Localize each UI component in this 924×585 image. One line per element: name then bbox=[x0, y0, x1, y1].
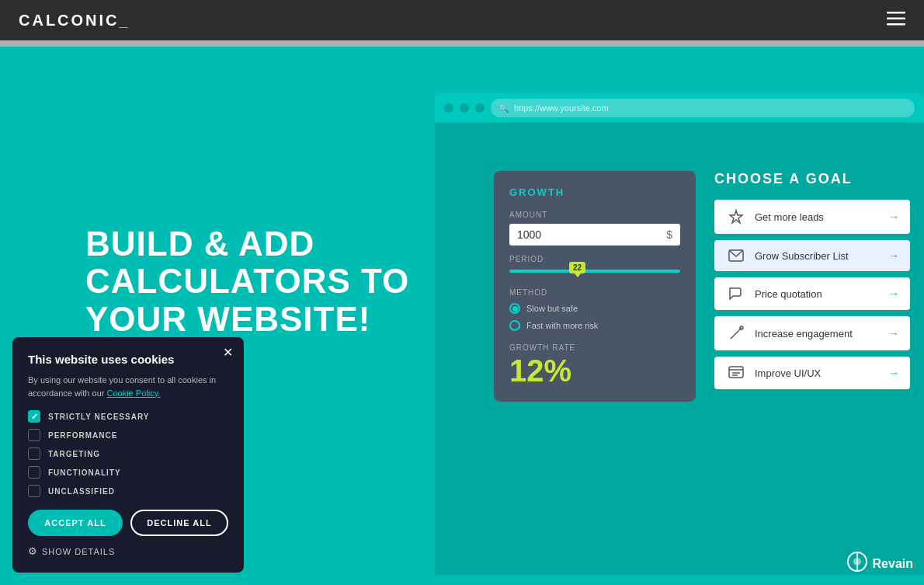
cookie-modal: ✕ This website uses cookies By using our… bbox=[12, 337, 244, 573]
svg-rect-2 bbox=[887, 23, 905, 26]
goal-subscriber-text: Grow Subscriber List bbox=[755, 250, 888, 262]
cookie-buttons: ACCEPT ALL DECLINE ALL bbox=[28, 510, 228, 536]
goal-title: CHOOSE A GOAL bbox=[714, 171, 910, 187]
method-fast-label: Fast with more risk bbox=[526, 321, 598, 330]
subscriber-icon bbox=[725, 249, 747, 262]
method-slow[interactable]: Slow but safe bbox=[509, 303, 680, 314]
svg-rect-1 bbox=[887, 17, 905, 19]
goal-item-price[interactable]: Price quotation → bbox=[714, 277, 910, 310]
slider-wrap: 22 bbox=[509, 270, 680, 273]
radio-slow bbox=[509, 303, 520, 314]
price-icon bbox=[725, 287, 747, 301]
leads-icon bbox=[725, 209, 747, 225]
goal-subscriber-arrow: → bbox=[888, 249, 899, 262]
address-bar-url: https://www.yoursite.com bbox=[514, 103, 609, 113]
calculator-widget: GROWTH AMOUNT $ PERIOD 22 METHOD Slow bu… bbox=[494, 171, 696, 402]
cookie-title: This website uses cookies bbox=[28, 353, 228, 366]
checkbox-unclassified[interactable] bbox=[28, 485, 40, 497]
cookie-policy-link[interactable]: Cookie Policy. bbox=[107, 388, 161, 398]
goal-leads-text: Get more leads bbox=[755, 211, 888, 223]
dollar-sign: $ bbox=[666, 228, 672, 241]
amount-label: AMOUNT bbox=[509, 211, 680, 219]
engagement-icon bbox=[725, 326, 747, 341]
cookie-option-functionality: FUNCTIONALITY bbox=[28, 466, 228, 479]
slider-thumb[interactable]: 22 bbox=[569, 262, 585, 273]
goal-leads-arrow: → bbox=[888, 211, 899, 223]
radio-fast bbox=[509, 320, 520, 331]
slider-track: 22 bbox=[509, 270, 680, 273]
browser-dot-green bbox=[475, 103, 485, 113]
checkbox-performance[interactable] bbox=[28, 429, 40, 441]
growth-rate-label: GROWTH RATE bbox=[509, 343, 680, 352]
amount-input-wrap: $ bbox=[509, 224, 680, 245]
svg-rect-5 bbox=[729, 367, 743, 378]
goal-item-subscriber[interactable]: Grow Subscriber List → bbox=[714, 240, 910, 271]
method-label: METHOD bbox=[509, 288, 680, 297]
search-icon: 🔍 bbox=[498, 103, 509, 113]
goal-price-text: Price quotation bbox=[755, 288, 888, 300]
separator-bar bbox=[0, 40, 924, 47]
uiux-icon bbox=[725, 366, 747, 380]
method-slow-label: Slow but safe bbox=[526, 304, 578, 313]
hero-text: BUILD & ADD CALCULATORS TO YOUR WEBSITE! bbox=[85, 225, 409, 338]
period-label: PERIOD bbox=[509, 255, 680, 263]
goal-panel: CHOOSE A GOAL Get more leads → Gro bbox=[714, 171, 910, 395]
address-bar: 🔍 https://www.yoursite.com bbox=[491, 99, 915, 117]
goal-item-leads[interactable]: Get more leads → bbox=[714, 200, 910, 234]
cookie-option-necessary: STRICTLY NECESSARY bbox=[28, 410, 228, 423]
browser-toolbar: 🔍 https://www.yoursite.com bbox=[435, 93, 924, 123]
method-fast[interactable]: Fast with more risk bbox=[509, 320, 680, 331]
cookie-option-unclassified: UNCLASSIFIED bbox=[28, 485, 228, 497]
cookie-option-targeting: TARGETING bbox=[28, 447, 228, 460]
accept-all-button[interactable]: ACCEPT ALL bbox=[28, 510, 123, 536]
amount-input[interactable] bbox=[517, 228, 666, 241]
performance-label: PERFORMANCE bbox=[48, 431, 117, 440]
functionality-label: FUNCTIONALITY bbox=[48, 468, 121, 477]
goal-engagement-text: Increase engagement bbox=[755, 328, 888, 340]
show-details-wrap[interactable]: ⚙ SHOW DETAILS bbox=[28, 545, 228, 557]
goal-engagement-arrow: → bbox=[888, 327, 899, 340]
checkbox-functionality[interactable] bbox=[28, 466, 40, 479]
calc-title: GROWTH bbox=[509, 186, 680, 198]
checkbox-necessary[interactable] bbox=[28, 410, 40, 423]
revain-icon bbox=[846, 551, 868, 577]
revain-badge: Revain bbox=[846, 551, 913, 577]
cookie-description: By using our website you consent to all … bbox=[28, 374, 228, 399]
goal-item-uiux[interactable]: Improve UI/UX → bbox=[714, 357, 910, 389]
targeting-label: TARGETING bbox=[48, 450, 100, 458]
cookie-close-button[interactable]: ✕ bbox=[223, 346, 233, 359]
checkbox-targeting[interactable] bbox=[28, 447, 40, 460]
browser-mockup: 🔍 https://www.yoursite.com GROWTH AMOUNT… bbox=[435, 93, 924, 575]
growth-rate-value: 12% bbox=[509, 355, 680, 386]
goal-price-arrow: → bbox=[888, 287, 899, 300]
goal-item-engagement[interactable]: Increase engagement → bbox=[714, 316, 910, 350]
revain-text: Revain bbox=[873, 557, 913, 571]
goal-uiux-arrow: → bbox=[888, 367, 899, 379]
decline-all-button[interactable]: DECLINE ALL bbox=[130, 510, 228, 536]
goal-uiux-text: Improve UI/UX bbox=[755, 367, 888, 379]
browser-dot-yellow bbox=[460, 103, 469, 113]
browser-dot-red bbox=[444, 103, 453, 113]
header: CALCONIC_ bbox=[0, 0, 924, 40]
gear-icon: ⚙ bbox=[28, 545, 37, 557]
unclassified-label: UNCLASSIFIED bbox=[48, 487, 115, 496]
necessary-label: STRICTLY NECESSARY bbox=[48, 413, 149, 421]
logo: CALCONIC_ bbox=[19, 12, 130, 30]
svg-rect-0 bbox=[887, 12, 905, 14]
hero-section: 🔍 https://www.yoursite.com GROWTH AMOUNT… bbox=[0, 47, 924, 585]
hamburger-icon[interactable] bbox=[887, 12, 905, 30]
hero-headline: BUILD & ADD CALCULATORS TO YOUR WEBSITE! bbox=[85, 225, 409, 338]
cookie-option-performance: PERFORMANCE bbox=[28, 429, 228, 441]
show-details-text: SHOW DETAILS bbox=[42, 547, 115, 556]
